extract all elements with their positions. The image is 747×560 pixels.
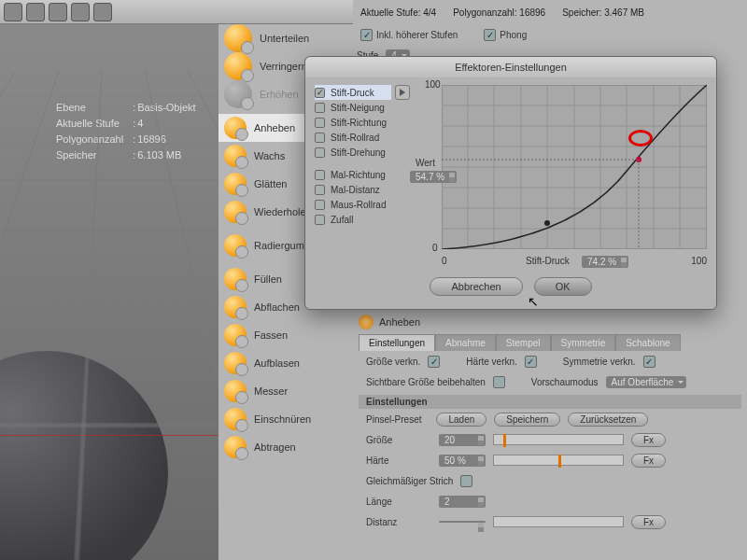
tab-symmetrie[interactable]: Symmetrie [551, 334, 616, 351]
effector-checkbox[interactable] [315, 215, 325, 225]
haerte-field[interactable]: 50 % [439, 455, 486, 467]
hud-val: 4 [137, 117, 195, 131]
zurücksetzen-button[interactable]: Zurücksetzen [568, 413, 648, 427]
effector-checkbox[interactable] [315, 200, 325, 210]
effector-mal-distanz[interactable]: Mal-Distanz [315, 182, 410, 197]
x-value-field[interactable]: 74.2 % [582, 256, 628, 268]
speichern-button[interactable]: Speichern [494, 413, 560, 427]
toolbar-icon[interactable] [49, 3, 67, 21]
phong-checkbox[interactable] [484, 29, 496, 41]
hud-sep: : [133, 133, 135, 147]
brush-icon [359, 315, 374, 329]
hud-val: 6.103 MB [137, 148, 195, 162]
groesse-field[interactable]: 20 [439, 434, 486, 446]
hud-key: Ebene [56, 101, 131, 115]
tool-icon [224, 145, 247, 167]
hud-sep: : [133, 117, 135, 131]
tool-label: Anheben [254, 122, 295, 133]
tool-aufblasen[interactable]: Aufblasen [218, 349, 353, 377]
x-min-label: 0 [442, 256, 447, 266]
toolbar-icon[interactable] [71, 3, 90, 21]
effector-stift-richtung[interactable]: Stift-Richtung [315, 115, 391, 130]
effector-label: Stift-Druck [331, 88, 374, 98]
haerte-slider[interactable] [493, 455, 624, 466]
phong-label: Phong [500, 30, 527, 40]
ok-button[interactable]: OK [534, 277, 592, 296]
tool-icon [224, 436, 247, 458]
distanz-slider[interactable] [493, 516, 624, 527]
tool-icon [224, 380, 247, 402]
tool-icon [224, 352, 247, 374]
effector-checkbox[interactable] [315, 118, 325, 128]
tool-einschnüren[interactable]: Einschnüren [218, 405, 353, 433]
vorschau-select[interactable]: Auf Oberfläche [606, 376, 687, 388]
curve-svg [442, 85, 707, 249]
tab-einstellungen[interactable]: Einstellungen [359, 334, 435, 351]
laden-button[interactable]: Laden [436, 413, 486, 427]
effector-checkbox[interactable] [315, 133, 325, 143]
haerte-label: Härte [366, 455, 431, 466]
tool-label: Abtragen [254, 441, 296, 453]
effector-stift-neigung[interactable]: Stift-Neigung [315, 100, 391, 115]
tool-fassen[interactable]: Fassen [218, 321, 353, 349]
preset-label: Pinsel-Preset [366, 414, 421, 425]
distanz-label: Distanz [366, 517, 431, 527]
laenge-label: Länge [366, 497, 431, 507]
tool-abtragen[interactable]: Abtragen [218, 433, 353, 461]
sichtbar-checkbox[interactable] [493, 376, 505, 388]
effector-checkbox[interactable] [315, 88, 325, 98]
vorschau-label: Vorschaumodus [531, 377, 599, 387]
hud-val: Basis-Objekt [137, 101, 195, 115]
haerte-fx-button[interactable]: Fx [631, 454, 666, 468]
tool-icon [224, 173, 247, 195]
haerte-verkn-checkbox[interactable] [525, 356, 537, 368]
tool-icon [224, 52, 252, 80]
tool-icon [224, 234, 247, 257]
tab-schablone[interactable]: Schablone [615, 334, 680, 351]
effector-checkbox[interactable] [315, 170, 325, 180]
tab-stempel[interactable]: Stempel [496, 334, 551, 351]
sichtbar-label: Sichtbare Größe beibehalten [366, 377, 486, 387]
groesse-slider[interactable] [493, 434, 624, 445]
effector-stift-drehung[interactable]: Stift-Drehung [315, 145, 391, 160]
effector-checkbox[interactable] [315, 185, 325, 195]
effector-label: Mal-Distanz [331, 185, 380, 195]
sym-verkn-checkbox[interactable] [643, 356, 655, 368]
include-higher-checkbox[interactable] [360, 29, 373, 41]
cancel-button[interactable]: Abbrechen [430, 277, 522, 296]
strich-checkbox[interactable] [460, 475, 472, 487]
haerte-verkn-label: Härte verkn. [466, 357, 516, 367]
3d-viewport[interactable]: Ebene:Basis-ObjektAktuelle Stufe:4Polygo… [0, 24, 218, 560]
toolbar-icon[interactable] [4, 3, 22, 21]
tool-label: Abflachen [254, 301, 300, 313]
effector-stift-druck[interactable]: Stift-Druck [315, 85, 391, 100]
effector-mal-richtung[interactable]: Mal-Richtung [315, 167, 410, 182]
laenge-field[interactable]: 2 [439, 496, 486, 508]
groesse-verkn-checkbox[interactable] [428, 356, 440, 368]
toolbar-icon[interactable] [26, 3, 45, 21]
effector-stift-rollrad[interactable]: Stift-Rollrad [315, 130, 391, 145]
effector-checkbox[interactable] [315, 103, 325, 113]
tool-unterteilen[interactable]: Unterteilen [218, 24, 353, 52]
toolbar-icon[interactable] [93, 3, 112, 21]
hud-sep: : [133, 101, 135, 115]
distanz-fx-button[interactable]: Fx [631, 515, 666, 529]
tool-messer[interactable]: Messer [218, 377, 353, 405]
play-button[interactable] [395, 85, 410, 100]
tool-label: Aufblasen [254, 357, 300, 369]
sphere-object [0, 351, 168, 560]
effector-zufall[interactable]: Zufall [315, 212, 410, 227]
highlight-marker [628, 130, 653, 147]
x-max-label: 100 [691, 256, 707, 266]
tool-label: Füllen [254, 273, 282, 285]
groesse-fx-button[interactable]: Fx [631, 433, 666, 447]
tool-icon [224, 117, 247, 139]
curve-graph[interactable]: 100 Wert 54.7 % 0 0 Stift-Druck 74.2 % 1… [442, 85, 707, 262]
effector-maus-rollrad[interactable]: Maus-Rollrad [315, 197, 410, 212]
tab-abnahme[interactable]: Abnahme [435, 334, 496, 351]
y-max-label: 100 [425, 79, 441, 90]
distanz-field[interactable] [439, 521, 486, 523]
wert-field[interactable]: 54.7 % [410, 171, 457, 183]
effector-checkbox[interactable] [315, 147, 325, 158]
tool-icon [224, 324, 247, 346]
